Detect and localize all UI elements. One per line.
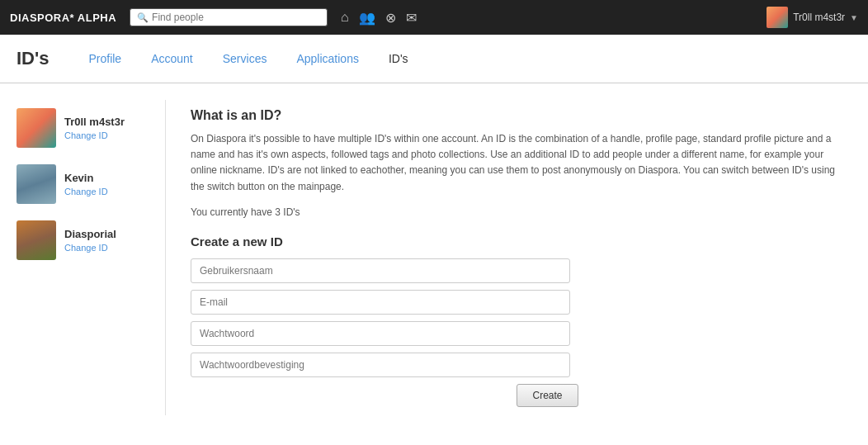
list-item: Kevin Change ID xyxy=(17,164,149,204)
topbar: DIASPORA* ALPHA 🔍 ⌂ 👥 ⊗ ✉ Tr0ll m4st3r ▼ xyxy=(0,0,868,35)
username-group xyxy=(191,258,578,283)
avatar xyxy=(17,220,56,260)
search-box[interactable]: 🔍 xyxy=(130,8,328,26)
current-ids-count: You currently have 3 ID's xyxy=(191,206,843,218)
secondary-nav: ID's Profile Account Services Applicatio… xyxy=(0,35,868,83)
people-icon[interactable]: 👥 xyxy=(359,10,375,26)
page-title: ID's xyxy=(17,35,49,83)
what-is-id-heading: What is an ID? xyxy=(191,108,843,123)
change-id-link[interactable]: Change ID xyxy=(64,243,116,253)
avatar xyxy=(17,108,56,148)
id-info: Diasporial Change ID xyxy=(64,228,116,253)
main-content: What is an ID? On Diaspora it's possible… xyxy=(165,100,868,415)
avatar xyxy=(17,164,56,204)
sidebar: Tr0ll m4st3r Change ID Kevin Change ID D… xyxy=(0,100,165,415)
user-menu[interactable]: Tr0ll m4st3r ▼ xyxy=(767,7,858,28)
password-group xyxy=(191,321,578,346)
tab-services[interactable]: Services xyxy=(208,36,282,82)
list-item: Diasporial Change ID xyxy=(17,220,149,260)
create-id-form: Create xyxy=(191,258,578,407)
list-item: Tr0ll m4st3r Change ID xyxy=(17,108,149,148)
user-avatar xyxy=(767,7,788,28)
id-info: Tr0ll m4st3r Change ID xyxy=(64,116,125,140)
id-name: Diasporial xyxy=(64,228,116,240)
tab-profile[interactable]: Profile xyxy=(73,36,136,82)
search-icon: 🔍 xyxy=(137,12,149,23)
tab-ids[interactable]: ID's xyxy=(374,36,423,82)
id-info: Kevin Change ID xyxy=(64,172,108,196)
username-input[interactable] xyxy=(191,258,570,283)
mail-icon[interactable]: ✉ xyxy=(406,10,417,26)
tab-applications[interactable]: Applications xyxy=(281,36,374,82)
confirm-password-input[interactable] xyxy=(191,353,570,377)
change-id-link[interactable]: Change ID xyxy=(64,130,125,140)
globe-icon[interactable]: ⊗ xyxy=(385,10,396,26)
main-container: ID's Profile Account Services Applicatio… xyxy=(0,35,868,445)
search-input[interactable] xyxy=(152,12,320,23)
id-name: Kevin xyxy=(64,172,108,184)
password-input[interactable] xyxy=(191,321,570,346)
tab-account[interactable]: Account xyxy=(136,36,208,82)
email-group xyxy=(191,290,578,315)
home-icon[interactable]: ⌂ xyxy=(341,10,349,25)
dropdown-caret-icon: ▼ xyxy=(850,13,858,22)
app-logo: DIASPORA* ALPHA xyxy=(10,12,116,24)
description-text: On Diaspora it's possible to have multip… xyxy=(191,131,843,195)
topbar-nav-icons: ⌂ 👥 ⊗ ✉ xyxy=(341,10,753,26)
create-button[interactable]: Create xyxy=(517,384,578,407)
email-input[interactable] xyxy=(191,290,570,315)
content-area: Tr0ll m4st3r Change ID Kevin Change ID D… xyxy=(0,83,868,432)
nav-tabs: Profile Account Services Applications ID… xyxy=(73,36,422,82)
id-name: Tr0ll m4st3r xyxy=(64,116,125,128)
username-label: Tr0ll m4st3r xyxy=(793,12,845,23)
create-id-heading: Create a new ID xyxy=(191,234,843,249)
confirm-password-group xyxy=(191,353,578,377)
change-id-link[interactable]: Change ID xyxy=(64,187,108,196)
